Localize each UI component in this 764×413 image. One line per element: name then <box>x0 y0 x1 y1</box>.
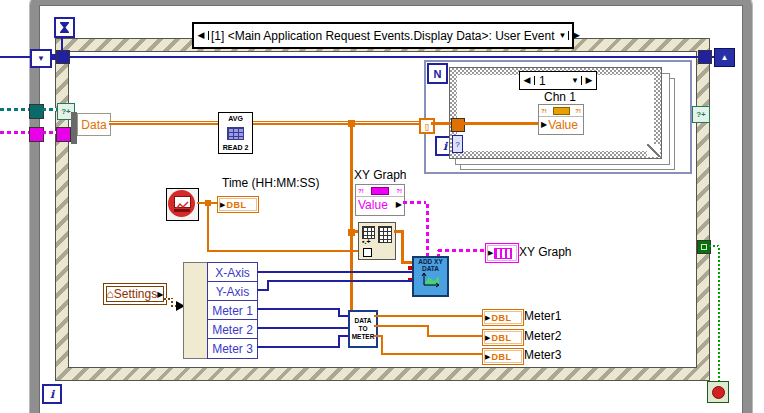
for-loop-count-terminal[interactable]: N <box>427 63 448 84</box>
while-loop-iteration-terminal[interactable]: i <box>42 384 62 404</box>
unbundle-item[interactable]: Meter 1 <box>207 300 258 321</box>
avg-label: AVG <box>228 115 243 122</box>
arrange-up-icon[interactable]: ▲ <box>714 48 735 67</box>
addxy-label1: ADD XY <box>418 258 443 265</box>
wire-segment <box>257 346 340 348</box>
wire-segment <box>438 249 486 252</box>
settings-label: Settings <box>114 287 157 301</box>
wire-segment <box>338 337 340 348</box>
meter2-label: Meter2 <box>524 329 561 343</box>
page-dropdown-icon[interactable]: ▼ <box>569 76 581 85</box>
wire-segment <box>109 121 218 125</box>
tunnel <box>56 50 70 64</box>
write-arrow-icon: ▶ <box>220 201 225 209</box>
wire-segment <box>350 124 353 312</box>
previous-page-button[interactable]: ◀ <box>520 76 535 85</box>
next-case-button[interactable]: ▶ <box>568 31 583 40</box>
next-page-button[interactable]: ▶ <box>581 76 596 85</box>
tunnel <box>29 104 44 119</box>
meter2-dbl-indicator[interactable]: ▶ DBL <box>482 329 524 346</box>
event-data-field[interactable]: Data <box>77 113 111 136</box>
wire-segment <box>257 308 340 310</box>
wire-segment <box>0 56 31 58</box>
dtm-label3: METER <box>352 333 375 341</box>
tunnel <box>29 127 44 142</box>
wire-segment <box>207 204 209 252</box>
wire-segment <box>401 230 404 264</box>
wire-segment <box>257 327 349 329</box>
wire-segment <box>251 121 420 125</box>
read2-label: READ 2 <box>223 144 249 151</box>
meter3-dbl-indicator[interactable]: ▶ DBL <box>482 348 524 365</box>
meter3-label: Meter3 <box>524 348 561 362</box>
previous-case-button[interactable]: ◀ <box>194 31 209 40</box>
wire-segment <box>42 108 58 111</box>
tunnel <box>451 118 465 132</box>
write-arrow-icon: ▶ <box>485 353 490 361</box>
wire-segment <box>0 131 30 134</box>
chn1-value-indicator[interactable]: ?! ?! ▶ Value <box>538 104 584 135</box>
unbundle-item[interactable]: X-Axis <box>207 262 258 283</box>
xy-graph-indicator[interactable]: ▶ <box>485 243 519 263</box>
dtm-label1: DATA <box>354 317 371 325</box>
tick-glyph: ?! <box>358 188 364 194</box>
unbundle-item[interactable]: Meter 2 <box>207 319 258 340</box>
input-dot <box>408 266 412 270</box>
event-case-selector: ◀ [1] <Main Application Request Events.D… <box>192 22 574 49</box>
dynamic-event-terminal-right[interactable]: ?+ <box>692 106 710 123</box>
meter1-label: Meter1 <box>524 309 561 323</box>
unbundle-item[interactable]: Y-Axis <box>207 281 258 302</box>
add-xy-data-vi[interactable]: ADD XY DATA <box>412 256 449 297</box>
wire-segment <box>463 122 539 125</box>
write-arrow-icon: ▶ <box>488 249 493 257</box>
wire-segment <box>381 353 483 355</box>
addxy-label2: DATA <box>422 265 439 272</box>
settings-global[interactable]: ⌂ Settings ▶ <box>103 283 167 305</box>
bar-icon <box>371 187 389 195</box>
wire-segment <box>381 335 383 355</box>
wire-segment <box>374 325 429 327</box>
append-glyph: ▪.+ <box>362 238 371 245</box>
stop-icon <box>712 386 725 399</box>
build-cluster-array-node[interactable]: ▪.+ <box>358 222 396 260</box>
dbl-type-label: DBL <box>226 200 246 210</box>
cluster-grid-icon <box>378 226 392 243</box>
channel-label: Chn 1 <box>544 90 576 104</box>
dtm-label2: TO <box>359 325 368 333</box>
value-label: Value <box>358 198 388 212</box>
wire-segment <box>69 56 699 58</box>
tick-glyph: ?! <box>575 108 581 114</box>
time-dbl-indicator[interactable]: ▶ DBL <box>217 196 259 213</box>
wire-segment <box>42 131 57 134</box>
frame-dogear <box>647 144 660 157</box>
wire-segment <box>718 246 720 382</box>
write-arrow-icon: ▶ <box>485 334 490 342</box>
avg-read2-vi[interactable]: AVG READ 2 <box>218 112 253 154</box>
bar-icon <box>553 107 570 115</box>
cluster-array-icon <box>494 248 512 259</box>
xy-graph-output-label: XY Graph <box>519 245 571 259</box>
page-selector: ◀ 1 ▼ ▶ <box>519 71 597 90</box>
dropdown-constant-icon[interactable]: ▼ <box>30 49 52 68</box>
write-arrow-icon: ▶ <box>541 120 547 129</box>
case-dropdown-icon[interactable]: ▼ <box>557 31 569 40</box>
stop-button-terminal[interactable] <box>707 381 729 403</box>
time-label: Time (HH:MM:SS) <box>222 176 320 190</box>
meter1-dbl-indicator[interactable]: ▶ DBL <box>482 309 524 326</box>
read-arrow-icon: ▶ <box>157 290 163 299</box>
unbundle-item[interactable]: Meter 3 <box>207 338 258 359</box>
dbl-type-label: DBL <box>491 333 511 343</box>
dbl-type-label: DBL <box>491 352 511 362</box>
xy-graph-value-node[interactable]: ?! ?! Value ▶ <box>355 184 405 216</box>
timeout-hourglass-icon[interactable] <box>54 17 75 38</box>
tunnel <box>698 50 712 64</box>
event-case-title: [1] <Main Application Request Events.Dis… <box>209 29 557 43</box>
unbundle-node-strip <box>183 262 209 359</box>
indexing-tunnel: [] <box>419 118 435 134</box>
element-icon <box>363 248 372 257</box>
display-data-vi[interactable] <box>166 188 199 221</box>
wire-segment <box>427 335 483 337</box>
xy-graph-control-label: XY Graph <box>354 168 406 182</box>
chart-icon <box>174 196 191 208</box>
tunnel <box>697 240 711 254</box>
